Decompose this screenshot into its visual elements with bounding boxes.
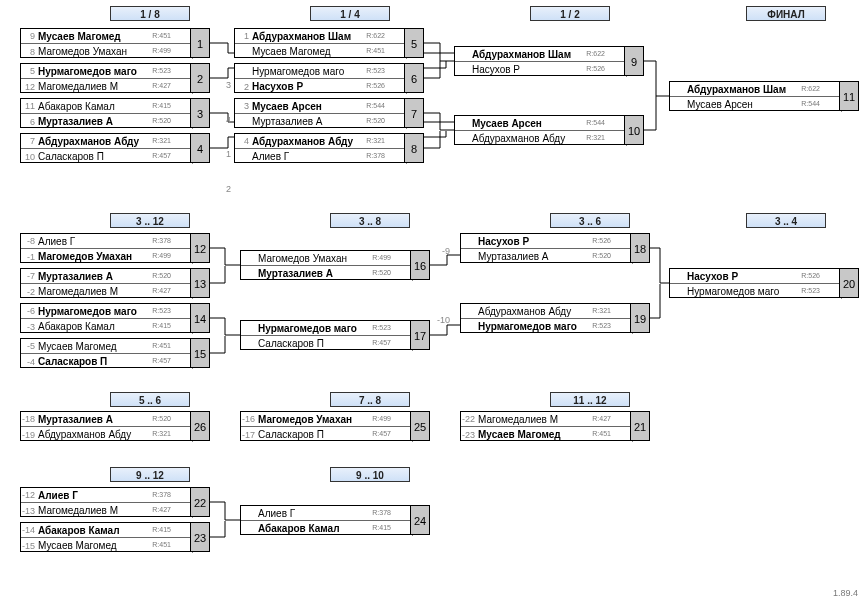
rating: R:544 <box>586 119 605 126</box>
stage-label-s14: 1 / 4 <box>310 6 390 21</box>
match-row: -15Мусаев МагомедR:451L <box>21 538 209 553</box>
rating: R:499 <box>152 252 171 259</box>
match-number: 7 <box>404 98 424 128</box>
rating: R:499 <box>372 415 391 422</box>
match-number: 25 <box>410 411 430 441</box>
match-9: Абдурахманов ШамR:6223Насухов РR:52619 <box>454 46 644 76</box>
outside-seed: 2 <box>213 182 231 197</box>
match-row: -22Магомедалиев МR:427L <box>461 412 649 427</box>
rating: R:523 <box>372 324 391 331</box>
match-row: Муртазалиев АR:5202 <box>235 114 423 129</box>
match-1: 9Мусаев МагомедR:45138Магомедов УмаханR:… <box>20 28 210 58</box>
match-row: -16Магомедов УмаханR:499W <box>241 412 429 427</box>
stage-label-s78: 7 .. 8 <box>330 392 410 407</box>
seed: 5 <box>21 66 36 76</box>
rating: R:451 <box>152 32 171 39</box>
match-4: 7Абдурахманов АбдуR:321310Саласкаров ПR:… <box>20 133 210 163</box>
match-number: 12 <box>190 233 210 263</box>
match-row: 11Абакаров КамалR:4150 <box>21 99 209 114</box>
match-25: -16Магомедов УмаханR:499W-17Саласкаров П… <box>240 411 430 441</box>
stage-label-s910: 9 .. 10 <box>330 467 410 482</box>
seed: -23 <box>461 430 476 440</box>
match-row: Абдурахманов АбдуR:3210 <box>455 131 643 146</box>
seed: -19 <box>21 430 36 440</box>
rating: R:415 <box>152 322 171 329</box>
outside-seed: 4 <box>213 113 231 128</box>
match-number: 2 <box>190 63 210 93</box>
match-row: -17Саласкаров ПR:457L <box>241 427 429 442</box>
seed: -13 <box>21 506 36 516</box>
match-6: Нурмагомедов магоR:52312Насухов РR:52636 <box>234 63 424 93</box>
seed: 6 <box>21 117 36 127</box>
match-number: 3 <box>190 98 210 128</box>
match-row: 6Муртазалиев АR:5203 <box>21 114 209 129</box>
stage-label-s12: 1 / 2 <box>530 6 610 21</box>
seed: 4 <box>235 136 250 146</box>
match-row: Мусаев АрсенR:5440 <box>670 97 858 112</box>
match-19: Абдурахманов АбдуR:3210Нурмагомедов маго… <box>460 303 650 333</box>
rating: R:520 <box>372 269 391 276</box>
match-row: Абдурахманов АбдуR:3210 <box>461 304 649 319</box>
version-label: 1.89.4 <box>833 588 858 598</box>
rating: R:526 <box>592 237 611 244</box>
rating: R:427 <box>592 415 611 422</box>
outside-seed: -9 <box>432 244 450 259</box>
seed: -17 <box>241 430 256 440</box>
match-row: Нурмагомедов магоR:5233 <box>241 321 429 336</box>
match-row: Алиев ГR:378L <box>241 506 429 521</box>
stage-label-s56: 5 .. 6 <box>110 392 190 407</box>
match-number: 6 <box>404 63 424 93</box>
match-row: Алиев ГR:3780 <box>235 149 423 164</box>
seed: 1 <box>235 31 250 41</box>
rating: R:622 <box>586 50 605 57</box>
match-21: -22Магомедалиев МR:427L-23Мусаев Магомед… <box>460 411 650 441</box>
seed: 10 <box>21 152 36 162</box>
match-number: 17 <box>410 320 430 350</box>
rating: R:520 <box>152 415 171 422</box>
rating: R:457 <box>152 357 171 364</box>
rating: R:523 <box>152 307 171 314</box>
match-row: -18Муртазалиев АR:5203 <box>21 412 209 427</box>
match-row: 8Магомедов УмаханR:4992 <box>21 44 209 59</box>
match-row: 9Мусаев МагомедR:4513 <box>21 29 209 44</box>
match-row: 5Нурмагомедов магоR:5233 <box>21 64 209 79</box>
rating: R:544 <box>366 102 385 109</box>
match-number: 11 <box>839 81 859 111</box>
match-14: -6Нурмагомедов магоR:5233-3Абакаров Кама… <box>20 303 210 333</box>
match-row: Саласкаров ПR:4571 <box>241 336 429 351</box>
match-row: 4Абдурахманов АбдуR:3213 <box>235 134 423 149</box>
rating: R:415 <box>372 524 391 531</box>
match-row: Насухов РR:526W <box>670 269 858 284</box>
match-row: -4Саласкаров ПR:4573 <box>21 354 209 369</box>
rating: R:451 <box>592 430 611 437</box>
stage-label-s1112: 11 .. 12 <box>550 392 630 407</box>
match-26: -18Муртазалиев АR:5203-19Абдурахманов Аб… <box>20 411 210 441</box>
match-row: Абдурахманов ШамR:6223 <box>455 47 643 62</box>
seed: -6 <box>21 306 36 316</box>
seed: 12 <box>21 82 36 92</box>
match-15: -5Мусаев МагомедR:4512-4Саласкаров ПR:45… <box>20 338 210 368</box>
match-row: Мусаев МагомедR:4511 <box>235 44 423 59</box>
match-row: -8Алиев ГR:3781 <box>21 234 209 249</box>
match-row: Нурмагомедов магоR:5231 <box>235 64 423 79</box>
rating: R:526 <box>801 272 820 279</box>
match-row: 2Насухов РR:5263 <box>235 79 423 94</box>
stage-label-sF: ФИНАЛ <box>746 6 826 21</box>
rating: R:321 <box>152 137 171 144</box>
match-number: 21 <box>630 411 650 441</box>
stage-label-s312: 3 .. 12 <box>110 213 190 228</box>
seed: -16 <box>241 414 256 424</box>
seed: -22 <box>461 414 476 424</box>
match-20: Насухов РR:526WНурмагомедов магоR:523L20 <box>669 268 859 298</box>
rating: R:622 <box>366 32 385 39</box>
rating: R:457 <box>152 152 171 159</box>
rating: R:499 <box>372 254 391 261</box>
match-row: -19Абдурахманов АбдуR:3210 <box>21 427 209 442</box>
rating: R:526 <box>586 65 605 72</box>
match-3: 11Абакаров КамалR:41506Муртазалиев АR:52… <box>20 98 210 128</box>
match-row: Нурмагомедов магоR:5233 <box>461 319 649 334</box>
seed: -14 <box>21 525 36 535</box>
match-16: Магомедов УмаханR:4990Муртазалиев АR:520… <box>240 250 430 280</box>
rating: R:427 <box>152 506 171 513</box>
match-row: 3Мусаев АрсенR:5443 <box>235 99 423 114</box>
